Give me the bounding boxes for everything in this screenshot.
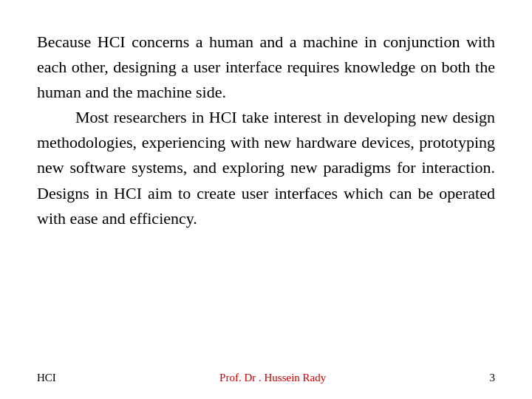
- paragraph2-text: Most researchers in HCI take interest in…: [37, 108, 495, 227]
- footer-center-label: Prof. Dr . Hussein Rady: [219, 372, 326, 384]
- slide-footer: HCI Prof. Dr . Hussein Rady 3: [37, 363, 495, 384]
- footer-page-number: 3: [490, 372, 496, 384]
- main-content: Because HCI concerns a human and a machi…: [37, 30, 495, 363]
- slide-container: Because HCI concerns a human and a machi…: [0, 0, 532, 399]
- footer-left-label: HCI: [37, 372, 56, 384]
- main-paragraph: Because HCI concerns a human and a machi…: [37, 30, 495, 231]
- paragraph1-text: Because HCI concerns a human and a machi…: [37, 33, 495, 101]
